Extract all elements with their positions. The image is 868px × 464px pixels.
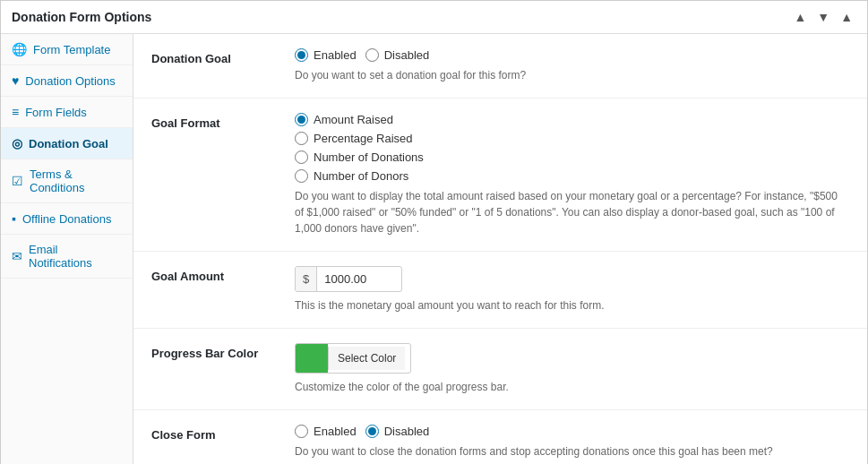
goal-amount-row: Goal Amount $ This is the monetary goal …: [133, 252, 867, 329]
donation-goal-enabled-option[interactable]: Enabled: [295, 48, 357, 62]
sidebar: 🌐 Form Template ♥ Donation Options ≡ For…: [1, 34, 133, 464]
donation-goal-disabled-radio[interactable]: [365, 48, 379, 62]
sidebar-label-email-notifications: Email Notifications: [29, 243, 122, 270]
goal-format-number-donations-radio[interactable]: [295, 150, 308, 164]
goal-format-help: Do you want to display the total amount …: [295, 188, 849, 236]
goal-format-row: Goal Format Amount Raised Percentage Rai…: [133, 99, 867, 252]
globe-icon: 🌐: [12, 42, 27, 56]
goal-format-percentage-raised[interactable]: Percentage Raised: [295, 132, 849, 145]
goal-amount-label: Goal Amount: [151, 266, 295, 283]
close-form-disabled-option[interactable]: Disabled: [365, 425, 430, 438]
list-icon: ≡: [12, 105, 19, 119]
sidebar-item-terms-conditions[interactable]: ☑ Terms & Conditions: [1, 159, 133, 203]
goal-amount-help: This is the monetary goal amount you wan…: [295, 297, 849, 314]
goal-format-number-donations-label: Number of Donations: [314, 150, 424, 164]
close-form-enabled-label: Enabled: [314, 425, 357, 438]
goal-format-amount-raised-radio[interactable]: [295, 113, 308, 126]
close-form-disabled-label: Disabled: [384, 425, 430, 438]
donation-goal-label: Donation Goal: [151, 48, 295, 65]
heart-icon: ♥: [12, 73, 19, 88]
panel-title: Donation Form Options: [12, 10, 151, 24]
goal-format-amount-raised-label: Amount Raised: [314, 113, 393, 126]
donation-goal-toggle: Enabled Disabled: [295, 48, 849, 62]
goal-amount-prefix: $: [296, 267, 317, 291]
color-picker-wrap: Select Color: [295, 343, 411, 374]
donation-goal-disabled-label: Disabled: [384, 48, 430, 62]
sidebar-item-form-fields[interactable]: ≡ Form Fields: [1, 97, 133, 128]
donation-goal-field: Enabled Disabled Do you want to set a do…: [295, 48, 849, 83]
panel-collapse-down-btn[interactable]: ▼: [813, 8, 833, 26]
sidebar-item-offline-donations[interactable]: ▪ Offline Donations: [1, 203, 133, 235]
target-icon: ◎: [12, 136, 22, 150]
sidebar-item-form-template[interactable]: 🌐 Form Template: [1, 34, 133, 65]
sidebar-label-offline-donations: Offline Donations: [22, 212, 112, 226]
goal-format-percentage-raised-radio[interactable]: [295, 132, 308, 145]
panel-header: Donation Form Options ▲ ▼ ▲: [1, 1, 867, 34]
envelope-icon: ✉: [12, 249, 22, 263]
close-form-row: Close Form Enabled Disabled Do you want …: [133, 410, 867, 464]
sidebar-label-form-template: Form Template: [33, 43, 110, 56]
close-form-disabled-radio[interactable]: [365, 425, 379, 438]
main-content: Donation Goal Enabled Disabled Do you wa…: [133, 34, 867, 464]
donation-goal-enabled-radio[interactable]: [295, 48, 308, 62]
goal-format-options: Amount Raised Percentage Raised Number o…: [295, 113, 849, 183]
donation-goal-enabled-label: Enabled: [314, 48, 357, 62]
sidebar-item-donation-options[interactable]: ♥ Donation Options: [1, 65, 133, 97]
close-form-toggle: Enabled Disabled: [295, 425, 849, 438]
goal-amount-input[interactable]: [317, 267, 389, 291]
close-form-help: Do you want to close the donation forms …: [295, 443, 849, 460]
goal-format-percentage-raised-label: Percentage Raised: [314, 132, 413, 145]
donation-goal-disabled-option[interactable]: Disabled: [365, 48, 430, 62]
goal-format-number-donors-radio[interactable]: [295, 169, 308, 183]
panel-header-controls: ▲ ▼ ▲: [790, 8, 856, 26]
goal-format-number-donations[interactable]: Number of Donations: [295, 150, 849, 164]
sidebar-label-donation-options: Donation Options: [25, 74, 115, 88]
goal-amount-field: $ This is the monetary goal amount you w…: [295, 266, 849, 314]
donation-form-options-panel: Donation Form Options ▲ ▼ ▲ 🌐 Form Templ…: [0, 0, 868, 464]
checkbox-icon: ☑: [12, 174, 23, 188]
square-icon: ▪: [12, 211, 16, 226]
progress-bar-color-field: Select Color Customize the color of the …: [295, 343, 849, 395]
goal-format-amount-raised[interactable]: Amount Raised: [295, 113, 849, 126]
goal-format-label: Goal Format: [151, 113, 295, 130]
close-form-field: Enabled Disabled Do you want to close th…: [295, 425, 849, 460]
goal-amount-input-wrap: $: [295, 266, 402, 292]
panel-body: 🌐 Form Template ♥ Donation Options ≡ For…: [1, 34, 867, 464]
select-color-button[interactable]: Select Color: [328, 347, 405, 370]
sidebar-item-donation-goal[interactable]: ◎ Donation Goal: [1, 128, 133, 159]
sidebar-label-form-fields: Form Fields: [25, 106, 87, 119]
close-form-enabled-radio[interactable]: [295, 425, 308, 438]
progress-bar-color-row: Progress Bar Color Select Color Customiz…: [133, 329, 867, 410]
goal-format-number-donors-label: Number of Donors: [314, 169, 408, 183]
close-form-enabled-option[interactable]: Enabled: [295, 425, 357, 438]
progress-bar-color-label: Progress Bar Color: [151, 343, 295, 360]
sidebar-label-donation-goal: Donation Goal: [29, 137, 108, 150]
donation-goal-help: Do you want to set a donation goal for t…: [295, 67, 849, 83]
sidebar-item-email-notifications[interactable]: ✉ Email Notifications: [1, 235, 133, 279]
goal-format-field: Amount Raised Percentage Raised Number o…: [295, 113, 849, 236]
panel-expand-btn[interactable]: ▲: [837, 8, 856, 26]
goal-format-number-donors[interactable]: Number of Donors: [295, 169, 849, 183]
color-swatch[interactable]: [296, 344, 328, 373]
donation-goal-row: Donation Goal Enabled Disabled Do you wa…: [133, 34, 867, 99]
progress-bar-color-help: Customize the color of the goal progress…: [295, 379, 849, 395]
close-form-label: Close Form: [151, 425, 295, 442]
panel-collapse-up-btn[interactable]: ▲: [790, 8, 810, 26]
sidebar-label-terms-conditions: Terms & Conditions: [30, 168, 122, 194]
